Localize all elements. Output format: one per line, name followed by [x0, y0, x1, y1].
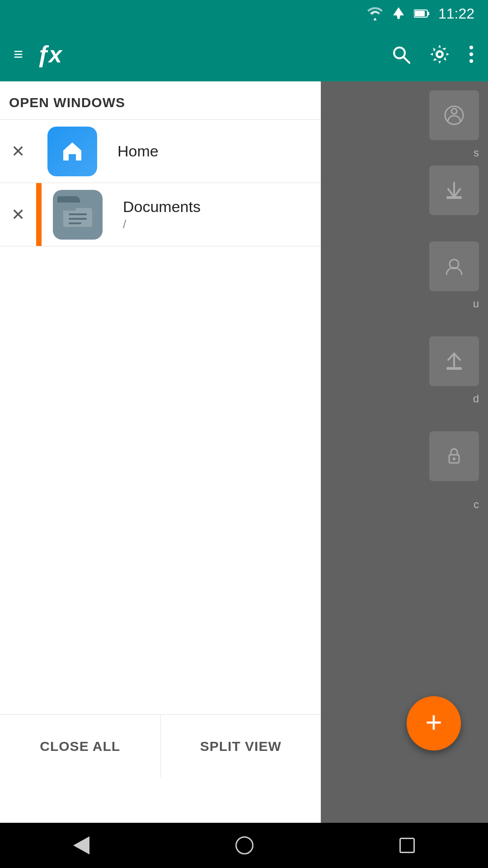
- wifi-icon: [367, 7, 383, 20]
- menu-icon[interactable]: ≡: [14, 45, 23, 64]
- status-icons: 11:22: [367, 5, 474, 22]
- folder-app-icon: [53, 190, 103, 240]
- fab-add-button[interactable]: +: [407, 696, 461, 750]
- active-indicator: [36, 183, 42, 246]
- documents-window-info: Documents /: [123, 198, 201, 231]
- window-item-home[interactable]: ✕ Home: [0, 120, 321, 183]
- svg-rect-13: [69, 218, 87, 220]
- toolbar: ≡ ƒx: [0, 27, 488, 81]
- sidebar-btn-3[interactable]: [429, 241, 479, 291]
- fab-plus-icon: +: [425, 708, 442, 737]
- back-arrow-icon: [73, 836, 89, 854]
- svg-rect-11: [63, 205, 76, 211]
- home-window-icon: [45, 124, 99, 179]
- nav-home-button[interactable]: [235, 836, 253, 854]
- panel-title: OPEN WINDOWS: [0, 81, 321, 120]
- svg-point-9: [469, 59, 473, 63]
- svg-rect-12: [69, 213, 87, 215]
- svg-point-8: [469, 52, 473, 56]
- open-windows-panel: OPEN WINDOWS ✕ Home ✕: [0, 81, 321, 823]
- documents-window-name: Documents: [123, 198, 201, 216]
- close-all-button[interactable]: CLOSE ALL: [0, 715, 161, 778]
- svg-line-4: [404, 57, 409, 63]
- sidebar-label-d: d: [473, 392, 479, 405]
- airplane-icon: [391, 6, 406, 21]
- window-item-documents[interactable]: ✕ Documents /: [0, 183, 321, 246]
- sidebar-btn-1[interactable]: [429, 90, 479, 140]
- main-content: OPEN WINDOWS ✕ Home ✕: [0, 81, 488, 823]
- search-icon[interactable]: [390, 44, 411, 65]
- app-logo: ƒx: [37, 41, 381, 68]
- svg-point-7: [469, 46, 473, 49]
- svg-rect-1: [427, 12, 429, 15]
- svg-rect-2: [415, 11, 425, 16]
- close-home-button[interactable]: ✕: [0, 120, 36, 183]
- home-window-name: Home: [117, 142, 159, 160]
- sidebar-label-c: c: [474, 498, 479, 511]
- home-window-info: Home: [117, 142, 159, 160]
- sidebar-btn-2[interactable]: [429, 165, 479, 215]
- status-bar: 11:22: [0, 0, 488, 27]
- settings-icon[interactable]: [429, 44, 450, 65]
- nav-bar: [0, 823, 488, 868]
- more-icon[interactable]: [468, 44, 474, 65]
- documents-window-path: /: [123, 217, 201, 231]
- home-circle-icon: [235, 836, 253, 854]
- battery-icon: [414, 9, 430, 19]
- home-app-icon: [47, 127, 97, 176]
- svg-point-6: [438, 52, 441, 56]
- svg-point-20: [453, 458, 455, 460]
- recents-square-icon: [399, 838, 415, 853]
- documents-window-icon: [51, 188, 105, 242]
- close-documents-button[interactable]: ✕: [0, 183, 36, 246]
- status-time: 11:22: [438, 5, 474, 22]
- split-view-button[interactable]: SPLIT VIEW: [161, 715, 321, 778]
- svg-rect-16: [446, 196, 462, 199]
- sidebar-btn-4[interactable]: [429, 336, 479, 386]
- sidebar-btn-5[interactable]: [429, 431, 479, 481]
- svg-rect-18: [446, 367, 462, 370]
- toolbar-actions: [390, 44, 474, 65]
- sidebar-label-1: s: [474, 146, 479, 159]
- right-sidebar: s u d: [321, 81, 488, 823]
- nav-back-button[interactable]: [73, 836, 89, 854]
- bottom-action-bar: CLOSE ALL SPLIT VIEW: [0, 714, 321, 778]
- svg-rect-14: [69, 222, 81, 224]
- nav-recents-button[interactable]: [399, 838, 415, 853]
- sidebar-label-u: u: [473, 297, 479, 310]
